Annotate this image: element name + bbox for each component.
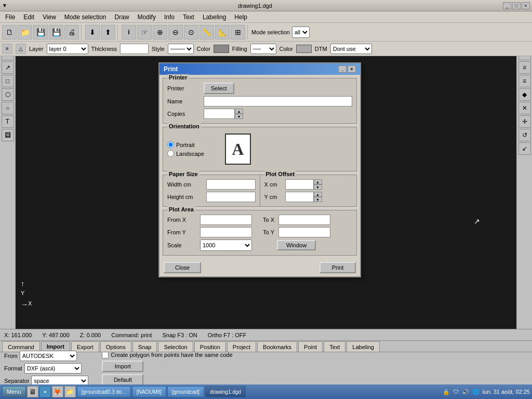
tool-rect[interactable]: □ — [2, 75, 14, 87]
thickness-input[interactable]: 0.0001 — [120, 44, 149, 54]
height-input[interactable]: 29.7 — [206, 192, 256, 202]
info-button[interactable]: i — [122, 25, 136, 39]
right-plus[interactable]: ✛ — [518, 115, 531, 128]
tab-project[interactable]: Project — [227, 341, 256, 352]
down-button[interactable]: ⬇ — [85, 25, 100, 39]
xcm-input[interactable]: 0.0 — [285, 179, 314, 190]
dtm-select[interactable]: Dont use — [330, 44, 372, 54]
dialog-close[interactable]: × — [348, 65, 356, 73]
width-input[interactable]: 21.0 — [206, 179, 256, 190]
tab-snap[interactable]: Snap — [132, 341, 157, 352]
portrait-radio[interactable] — [167, 141, 174, 148]
right-x[interactable]: ✕ — [518, 102, 531, 114]
default-button[interactable]: Default — [102, 374, 143, 385]
filling-select[interactable]: ── — [250, 44, 276, 54]
grid-button[interactable]: ⊞ — [231, 25, 245, 39]
tool-text[interactable]: T — [2, 115, 14, 128]
new-button[interactable]: 🗋 — [2, 25, 17, 39]
close-button[interactable]: × — [522, 2, 530, 9]
tool-image[interactable]: 🖼 — [2, 129, 14, 141]
print-preview-button[interactable]: 🖨 — [64, 25, 79, 39]
up-button[interactable]: ⬆ — [101, 25, 115, 39]
tab-command[interactable]: Command — [2, 341, 40, 352]
printer-select-button[interactable]: Select — [204, 83, 234, 94]
taskbar-item3[interactable]: drawing1.dgd — [205, 386, 246, 397]
xcm-up[interactable]: ▲ — [314, 179, 322, 184]
tool-poly[interactable]: ⬡ — [2, 88, 14, 101]
zoom-in-button[interactable]: ⊕ — [153, 25, 167, 39]
name-input[interactable]: PDF — [204, 96, 352, 107]
menu-help[interactable]: Help — [230, 12, 251, 22]
taskbar-item1[interactable]: [NAOUM8] — [132, 386, 166, 397]
measure-button[interactable]: 📏 — [200, 25, 214, 39]
landscape-radio[interactable] — [167, 150, 174, 157]
tb2-icon2[interactable]: △ — [16, 44, 26, 54]
tox-input[interactable]: 1000.000 — [278, 215, 330, 225]
menu-edit[interactable]: Edit — [19, 12, 38, 22]
save-button[interactable]: 💾 — [33, 25, 48, 39]
xcm-down[interactable]: ▼ — [314, 184, 322, 190]
ycm-down[interactable]: ▼ — [314, 197, 322, 202]
right-scroll2[interactable]: ≡ — [518, 75, 531, 87]
cursor-button[interactable]: ☞ — [137, 25, 152, 39]
measure2-button[interactable]: 📐 — [215, 25, 230, 39]
tab-import[interactable]: Import — [41, 341, 70, 352]
tb2-icon1[interactable]: ≡ — [2, 44, 12, 54]
menu-modify[interactable]: Modify — [134, 12, 160, 22]
menu-file[interactable]: File — [1, 12, 19, 22]
toy-input[interactable]: 1000.000 — [278, 227, 330, 237]
taskbar-menu[interactable]: Menu — [2, 386, 26, 397]
menu-text[interactable]: Text — [179, 12, 198, 22]
taskbar-item0[interactable]: [groundcad0.3 do... — [77, 386, 131, 397]
save2-button[interactable]: 💾 — [49, 25, 63, 39]
tab-position[interactable]: Position — [194, 341, 226, 352]
tab-labeling[interactable]: Labeling — [347, 341, 380, 352]
style-select[interactable]: ───── — [168, 44, 194, 54]
color2-swatch[interactable] — [296, 45, 312, 53]
minimize-button[interactable]: _ — [503, 2, 511, 9]
mode-select[interactable]: all — [292, 26, 310, 38]
copies-down[interactable]: ▼ — [235, 114, 243, 119]
from-select[interactable]: AUTODESK — [20, 351, 77, 361]
ycm-input[interactable]: 0.0 — [285, 192, 314, 202]
ycm-up[interactable]: ▲ — [314, 192, 322, 197]
menu-draw[interactable]: Draw — [111, 12, 134, 22]
taskbar-firefox-icon[interactable]: 🦊 — [52, 386, 63, 397]
taskbar-folder-icon[interactable]: 📁 — [64, 386, 76, 397]
menu-view[interactable]: View — [38, 12, 60, 22]
tab-text[interactable]: Text — [324, 341, 345, 352]
taskbar-desktop-icon[interactable]: 🖥 — [27, 386, 38, 397]
tab-bookmarks[interactable]: Bookmarks — [257, 341, 297, 352]
tool-circle[interactable]: ○ — [2, 102, 14, 114]
right-diamond[interactable]: ◆ — [518, 88, 531, 101]
right-scroll[interactable]: ≡ — [518, 61, 531, 74]
format-select[interactable]: DXF (ascii) — [24, 363, 82, 374]
tab-selection[interactable]: Selection — [158, 341, 193, 352]
zoom-out-button[interactable]: ⊖ — [168, 25, 183, 39]
fromy-input[interactable]: 0.000 — [200, 227, 252, 237]
copies-up[interactable]: ▲ — [235, 109, 243, 114]
tab-options[interactable]: Options — [100, 341, 131, 352]
fromx-input[interactable]: 0.000 — [200, 215, 252, 225]
taskbar-term-icon[interactable]: ▪ — [39, 386, 51, 397]
menu-info[interactable]: Info — [160, 12, 179, 22]
right-undo[interactable]: ↺ — [518, 129, 531, 141]
print-button[interactable]: Print — [320, 262, 356, 273]
zoom-fit-button[interactable]: ⊙ — [184, 25, 198, 39]
import-button[interactable]: Import — [102, 361, 143, 372]
copies-input[interactable]: 1 — [204, 109, 235, 119]
dialog-minimize[interactable]: _ — [338, 65, 347, 73]
menu-labeling[interactable]: Labeling — [198, 12, 230, 22]
tool-arrow[interactable]: ↗ — [2, 61, 14, 74]
window-button[interactable]: Window — [277, 240, 316, 250]
scale-select[interactable]: 1000 — [200, 240, 252, 251]
open-button[interactable]: 📁 — [18, 25, 32, 39]
polygon-checkbox[interactable] — [102, 352, 109, 358]
menu-mode-selection[interactable]: Mode selection — [60, 12, 111, 22]
tab-point[interactable]: Point — [298, 341, 323, 352]
right-cursor2[interactable]: ↙ — [518, 142, 531, 155]
color-swatch[interactable] — [214, 45, 229, 53]
close-button[interactable]: Close — [164, 262, 201, 273]
tab-export[interactable]: Export — [71, 341, 99, 352]
layer-select[interactable]: layer 0 — [47, 44, 88, 54]
